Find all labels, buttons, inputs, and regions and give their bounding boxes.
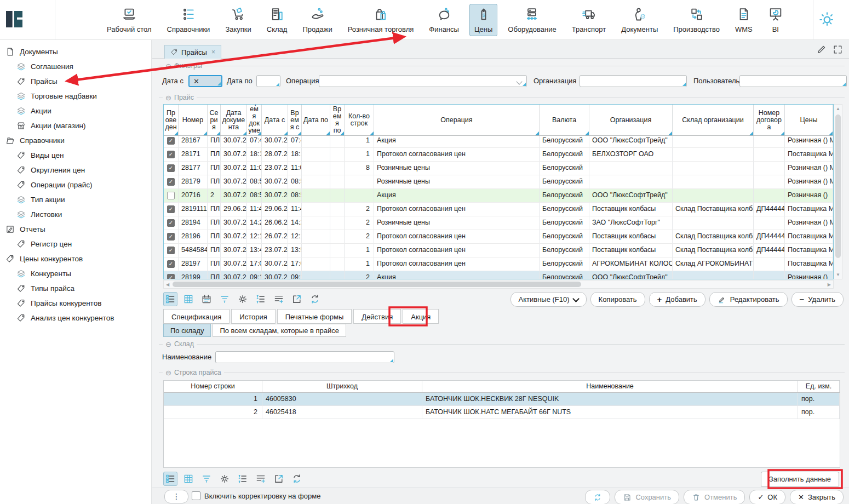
tab-all-warehouses[interactable]: По всем складам, которые в прайсе xyxy=(213,324,346,337)
sidebar-item-agreements[interactable]: Соглашения xyxy=(0,59,151,74)
scroll-left-icon[interactable]: ◀ xyxy=(166,281,169,288)
gear-icon[interactable] xyxy=(236,292,250,306)
copy-button[interactable]: Копировать xyxy=(590,292,645,307)
sidebar-item-price-roundings[interactable]: Округления цен xyxy=(0,163,151,177)
sidebar-item-price-operations[interactable]: Операции (прайс) xyxy=(0,177,151,192)
save-button[interactable]: Сохранить xyxy=(615,490,679,504)
posted-checkbox[interactable]: ✓ xyxy=(167,274,175,279)
warehouse-name-input[interactable] xyxy=(215,351,394,363)
posted-checkbox[interactable]: ✓ xyxy=(167,260,175,268)
open-window-icon[interactable] xyxy=(290,292,304,306)
menu-item-transport[interactable]: Транспорт xyxy=(567,4,611,36)
column-header[interactable]: Операция xyxy=(374,105,540,135)
add-row-icon[interactable] xyxy=(254,472,268,486)
sidebar-item-leaflets[interactable]: Листовки xyxy=(0,207,151,222)
column-header[interactable]: Склад организации xyxy=(673,105,754,135)
posted-checkbox[interactable]: ✓ xyxy=(167,151,175,158)
theme-sun-icon[interactable] xyxy=(818,11,836,28)
column-header[interactable]: Ед. изм. xyxy=(798,381,840,392)
sidebar-item-promo-type[interactable]: Тип акции xyxy=(0,192,151,207)
table-row[interactable]: ✓28167ПЛ30.07.2407:4030.07.2407:401Акция… xyxy=(164,136,833,148)
menu-item-sales[interactable]: Продажи xyxy=(297,4,337,36)
posted-checkbox[interactable] xyxy=(167,192,175,199)
filter-icon[interactable] xyxy=(217,292,232,306)
sidebar-item-trade-markups[interactable]: Торговые надбавки xyxy=(0,89,151,104)
menu-item-production[interactable]: Производство xyxy=(668,4,725,36)
tab-pricelists[interactable]: Прайсы × xyxy=(164,45,221,59)
column-header[interactable]: Время с xyxy=(288,105,302,135)
numbered-list-icon[interactable] xyxy=(236,472,250,486)
table-row[interactable]: ✓28197ПЛ30.07.2417:0930.07.2417:001Прото… xyxy=(164,257,833,271)
tab-promo[interactable]: Акция xyxy=(403,309,439,324)
operation-select[interactable] xyxy=(319,75,527,87)
sidebar-item-reports-group[interactable]: Отчеты xyxy=(0,222,151,237)
sidebar-item-pricelists[interactable]: Прайсы xyxy=(0,74,151,89)
tab-history[interactable]: История xyxy=(231,309,275,324)
sidebar-item-competitor-price-analysis[interactable]: Анализ цен конкурентов xyxy=(0,311,151,325)
organization-input[interactable] xyxy=(580,75,687,87)
clear-icon[interactable]: ✕ xyxy=(193,77,199,85)
posted-checkbox[interactable]: ✓ xyxy=(167,233,175,240)
column-header[interactable]: Номер договора xyxy=(754,105,785,135)
calendar-icon[interactable] xyxy=(199,292,214,306)
collapse-icon[interactable]: ⊖ xyxy=(165,62,171,70)
sidebar-item-price-types[interactable]: Типы прайса xyxy=(0,281,151,296)
posted-checkbox[interactable]: ✓ xyxy=(167,247,175,254)
menu-item-purchases[interactable]: Закупки xyxy=(220,4,256,36)
column-header[interactable]: Номер строки xyxy=(164,381,262,392)
more-options-button[interactable]: ⋮ xyxy=(164,490,188,503)
column-header[interactable]: Время по xyxy=(330,105,345,135)
collapse-icon[interactable]: ⊖ xyxy=(165,341,171,348)
scrollbar-thumb[interactable] xyxy=(173,282,581,287)
column-header[interactable]: Цены xyxy=(785,105,833,135)
active-filter-button[interactable]: Активные (F10) xyxy=(510,292,587,307)
scroll-up-icon[interactable]: ▲ xyxy=(834,106,842,111)
table-row[interactable]: ✓28196ПЛ30.07.2412:1026.07.2412:102Прото… xyxy=(164,230,833,244)
column-header[interactable]: Валюта xyxy=(540,105,589,135)
date-from-input[interactable]: ✕ xyxy=(188,75,222,87)
column-header[interactable]: Наименование xyxy=(422,381,798,392)
delete-button[interactable]: −Удалить xyxy=(791,292,844,307)
menu-item-desktop[interactable]: Рабочий стол xyxy=(102,4,157,36)
posted-checkbox[interactable]: ✓ xyxy=(167,205,175,213)
sidebar-item-promotions-store[interactable]: Акции (магазин) xyxy=(0,118,151,133)
menu-item-warehouse[interactable]: Склад xyxy=(262,4,292,36)
price-line-row[interactable]: 146005830БАТОНЧИК ШОК.НЕСКВИК 28Г NESQUI… xyxy=(164,393,840,406)
column-header[interactable]: Организация xyxy=(589,105,673,135)
edit-pencil-icon[interactable] xyxy=(816,44,827,55)
posted-checkbox[interactable]: ✓ xyxy=(167,178,175,186)
fullscreen-icon[interactable] xyxy=(833,44,844,55)
table-row[interactable]: ✓28194ПЛ30.07.2414:2226.06.2414:282Розни… xyxy=(164,216,833,230)
menu-item-retail[interactable]: Розничная торговля xyxy=(343,4,419,36)
adjust-checkbox[interactable] xyxy=(192,491,200,500)
list-view-icon[interactable] xyxy=(163,292,177,306)
tab-by-warehouse[interactable]: По складу xyxy=(163,324,211,337)
collapse-icon[interactable]: ⊖ xyxy=(165,94,171,101)
sidebar-item-competitor-prices-group[interactable]: Цены конкурентов xyxy=(0,251,151,266)
vertical-scrollbar[interactable]: ▲ ▼ xyxy=(834,104,842,279)
column-header[interactable]: Дата документа xyxy=(221,105,247,135)
sidebar-item-competitor-pricelists[interactable]: Прайсы конкурентов xyxy=(0,296,151,311)
sidebar-item-competitors[interactable]: Конкуренты xyxy=(0,266,151,281)
sidebar-item-catalogs-group[interactable]: Справочники xyxy=(0,133,151,148)
sidebar-item-documents-group[interactable]: Документы xyxy=(0,44,151,59)
tab-close-icon[interactable]: × xyxy=(211,48,215,56)
tab-specification[interactable]: Спецификация xyxy=(163,309,230,324)
fill-data-button[interactable]: Заполнить данные xyxy=(761,472,839,487)
edit-button[interactable]: Редактировать xyxy=(709,292,788,307)
list-view-icon[interactable] xyxy=(163,472,177,486)
user-input[interactable] xyxy=(739,75,847,87)
sidebar-item-price-kinds[interactable]: Виды цен xyxy=(0,148,151,163)
menu-item-prices[interactable]: $Цены xyxy=(469,4,497,36)
reload-icon[interactable] xyxy=(290,472,304,486)
open-window-icon[interactable] xyxy=(272,472,286,486)
grid-icon[interactable] xyxy=(181,292,196,306)
posted-checkbox[interactable]: ✓ xyxy=(167,219,175,227)
cancel-button[interactable]: Отменить xyxy=(684,490,745,504)
table-row[interactable]: ✓28199ПЛ30.07.2409:1430.07.2409:142Акция… xyxy=(164,271,833,279)
close-button[interactable]: ✕Закрыть xyxy=(790,490,844,504)
table-row[interactable]: ✓28171ПЛ30.07.2418:1128.07.2418:171Прото… xyxy=(164,148,833,162)
grid-icon[interactable] xyxy=(181,472,196,486)
tab-actions[interactable]: Действия xyxy=(353,309,401,324)
sidebar-item-promotions[interactable]: Акции xyxy=(0,104,151,118)
